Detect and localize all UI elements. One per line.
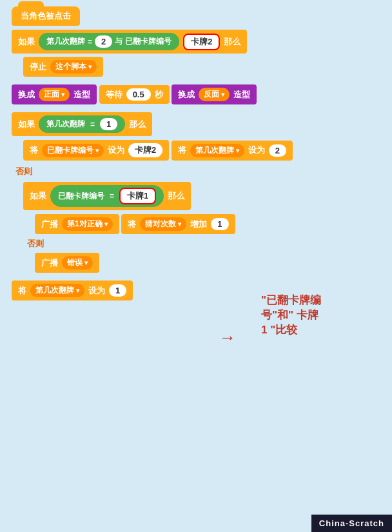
stop-label: 停止: [30, 61, 46, 73]
flipped-label-else: 已翻卡牌编号: [58, 191, 104, 202]
back-costume-dropdown[interactable]: 反面: [199, 88, 230, 101]
flipped-num-dropdown[interactable]: 已翻卡牌编号: [42, 144, 104, 157]
val1-add: 1: [211, 218, 228, 230]
val2-set: 2: [269, 144, 286, 157]
wait-label: 等待: [106, 89, 122, 101]
correct-broadcast-dropdown[interactable]: 第1对正确: [62, 217, 113, 231]
front-costume-dropdown[interactable]: 正面: [39, 88, 70, 101]
costume-front-block: 换成 正面 造型: [12, 84, 97, 104]
if-label-3: 如果: [30, 190, 46, 202]
condition-inner: 第几次翻牌 = 1: [39, 115, 125, 133]
hat-block: 当角色被点击: [12, 6, 80, 26]
else-label-1: 否则: [12, 165, 36, 177]
card2-value-set: 卡牌2: [128, 143, 162, 157]
broadcast-error: 广播 错误: [35, 253, 99, 273]
set-label-1: 设为: [108, 144, 124, 156]
flipped-label: 已翻卡牌编号: [125, 36, 172, 47]
scratch-canvas: 当角色被点击 如果 第几次翻牌 = 2 与 已翻卡牌编号 卡牌2 那么 停止: [0, 0, 392, 532]
then-label-1: 那么: [224, 36, 240, 48]
val2-bubble: 2: [95, 35, 112, 48]
guess-count-dropdown[interactable]: 猜对次数: [140, 217, 186, 231]
change-label-1: 换成: [18, 89, 35, 101]
add-label: 增加: [190, 219, 207, 230]
set-label-2: 设为: [248, 144, 265, 156]
val1-final: 1: [109, 284, 126, 297]
change-label-2: 换成: [178, 89, 195, 101]
flip-count-label: 第几次翻牌: [46, 36, 85, 47]
wait-block: 等待 0.5 秒: [99, 85, 170, 104]
if-else-inner: 如果 已翻卡牌编号 = 卡牌1 那么: [23, 182, 191, 210]
val1-bubble-inner: 1: [100, 118, 117, 130]
eq1: =: [88, 37, 92, 46]
annotation-arrow: →: [219, 328, 236, 348]
costume-label-1: 造型: [74, 89, 90, 101]
condition-else-inner: 已翻卡牌编号 = 卡牌1: [50, 185, 164, 207]
flip-count-inner: 第几次翻牌: [46, 119, 85, 130]
watermark: China-Scratch: [311, 515, 392, 532]
broadcast-label-2: 广播: [41, 257, 58, 269]
annotation-text: "已翻卡牌编号"和" 卡牌1 "比较: [261, 293, 387, 338]
costume-back-block: 换成 反面 造型: [172, 84, 257, 104]
else-label-2: 否则: [23, 237, 48, 250]
flipcount-dropdown-2[interactable]: 第几次翻牌: [30, 284, 84, 297]
if-label-2: 如果: [18, 119, 35, 130]
set-flipcount-block: 将 第几次翻牌 设为 2: [172, 141, 293, 161]
with-label: 与: [115, 36, 122, 47]
then-label-2: 那么: [129, 119, 146, 130]
if-block-outer: 如果 第几次翻牌 = 2 与 已翻卡牌编号 卡牌2 那么: [12, 30, 247, 54]
card1-bubble: 卡牌1: [119, 188, 156, 204]
if-label: 如果: [18, 36, 35, 48]
add-guess-block: 将 猜对次数 增加 1: [121, 214, 235, 234]
stop-block: 停止 这个脚本: [23, 57, 103, 77]
costume-label-2: 造型: [233, 89, 250, 101]
hat-label: 当角色被点击: [21, 11, 71, 21]
card2-value: 卡牌2: [183, 34, 220, 50]
then-label-3: 那么: [168, 190, 184, 202]
val05-bubble: 0.5: [126, 88, 151, 101]
flipcount-dropdown[interactable]: 第几次翻牌: [190, 144, 244, 157]
set-flipped-block: 将 已翻卡牌编号 设为 卡牌2: [23, 140, 169, 161]
if-block-inner: 如果 第几次翻牌 = 1 那么: [12, 112, 152, 136]
condition-pill-1: 第几次翻牌 = 2 与 已翻卡牌编号: [39, 33, 179, 50]
broadcast-correct: 广播 第1对正确: [35, 214, 119, 234]
set-label-3: 设为: [88, 285, 105, 297]
error-broadcast-dropdown[interactable]: 错误: [62, 256, 93, 270]
script-dropdown[interactable]: 这个脚本: [50, 60, 97, 74]
broadcast-label-1: 广播: [41, 219, 58, 230]
set-flipcount-1: 将 第几次翻牌 设为 1: [12, 281, 133, 300]
